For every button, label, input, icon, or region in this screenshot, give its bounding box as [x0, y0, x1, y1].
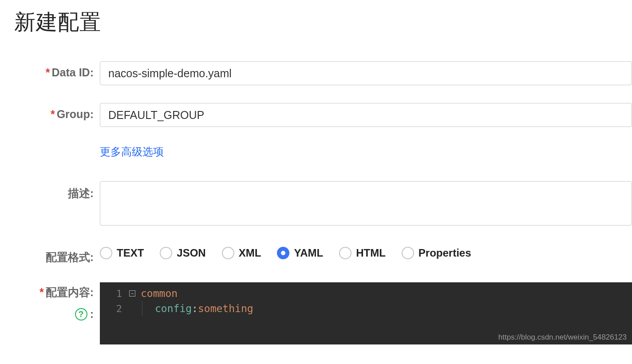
radio-circle-icon — [277, 247, 289, 259]
code-line: 2config: something — [100, 301, 632, 316]
format-radio-properties[interactable]: Properties — [402, 247, 471, 259]
radio-circle-icon — [402, 247, 414, 259]
label-group: *Group: — [0, 103, 100, 121]
indent-guide — [142, 301, 142, 316]
content-code-editor[interactable]: 1−common2config: somethinghttps://blog.c… — [100, 282, 632, 344]
radio-circle-icon — [160, 247, 172, 259]
code-token: common — [141, 288, 178, 299]
required-marker: * — [51, 108, 55, 120]
label-content: *配置内容: — [0, 282, 100, 300]
label-description: 描述: — [0, 181, 100, 201]
code-token: config — [155, 303, 192, 314]
help-row: ? : — [0, 308, 100, 320]
label-format-text: 配置格式: — [46, 251, 94, 263]
config-form: *Data ID: *Group: 更多高级选项 描述: 配置格式: — [0, 61, 632, 344]
row-group: *Group: — [0, 103, 632, 127]
format-radio-group: TEXTJSONXMLYAMLHTMLProperties — [100, 245, 632, 259]
format-radio-json[interactable]: JSON — [160, 247, 205, 259]
page-title: 新建配置 — [0, 0, 632, 36]
data-id-input[interactable] — [100, 61, 632, 85]
row-format: 配置格式: TEXTJSONXMLYAMLHTMLProperties — [0, 245, 632, 265]
code-token: something — [198, 303, 253, 314]
row-content: *配置内容: ? : 1−common2config: somethinghtt… — [0, 282, 632, 344]
format-radio-html[interactable]: HTML — [339, 247, 386, 259]
line-number: 2 — [100, 303, 126, 314]
advanced-options-link[interactable]: 更多高级选项 — [100, 145, 164, 159]
label-group-text: Group: — [57, 108, 94, 120]
help-colon: : — [90, 308, 94, 320]
format-radio-yaml[interactable]: YAML — [277, 247, 323, 259]
required-marker: * — [40, 286, 44, 298]
code-line: 1−common — [100, 286, 632, 301]
required-marker: * — [46, 66, 50, 79]
radio-label: JSON — [177, 247, 205, 259]
group-input[interactable] — [100, 103, 632, 127]
fold-toggle-icon[interactable]: − — [129, 290, 135, 297]
row-description: 描述: — [0, 181, 632, 227]
code-token: : — [192, 303, 198, 314]
radio-label: TEXT — [117, 247, 144, 259]
label-description-text: 描述: — [68, 187, 94, 199]
format-radio-xml[interactable]: XML — [222, 247, 261, 259]
format-radio-text[interactable]: TEXT — [100, 247, 144, 259]
label-format: 配置格式: — [0, 245, 100, 265]
label-content-text: 配置内容: — [46, 286, 94, 298]
description-textarea[interactable] — [100, 181, 632, 226]
label-data-id-text: Data ID: — [52, 66, 94, 79]
row-advanced: 更多高级选项 — [0, 145, 632, 159]
radio-label: XML — [239, 247, 261, 259]
radio-label: Properties — [419, 247, 471, 259]
radio-circle-icon — [339, 247, 352, 259]
row-data-id: *Data ID: — [0, 61, 632, 85]
watermark: https://blog.csdn.net/weixin_54826123 — [498, 333, 627, 342]
radio-label: HTML — [356, 247, 386, 259]
label-data-id: *Data ID: — [0, 61, 100, 79]
radio-label: YAML — [294, 247, 323, 259]
radio-circle-icon — [222, 247, 234, 259]
help-icon[interactable]: ? — [75, 308, 87, 320]
radio-circle-icon — [100, 247, 112, 259]
line-number: 1 — [100, 288, 126, 299]
